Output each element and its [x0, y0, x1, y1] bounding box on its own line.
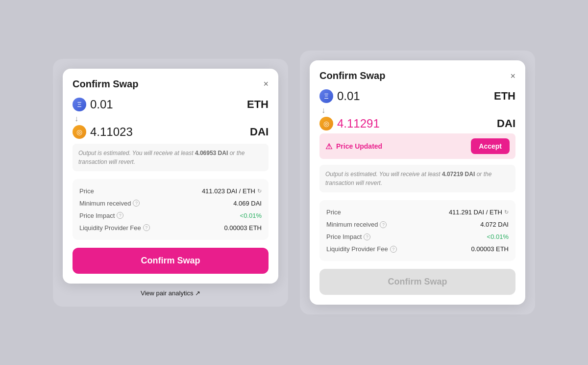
left-from-symbol: ETH — [247, 98, 269, 111]
right-lp-fee-value: 0.00003 ETH — [471, 245, 509, 253]
price-updated-left: ⚠ Price Updated — [325, 142, 382, 151]
left-refresh-icon[interactable]: ↻ — [257, 188, 262, 194]
left-from-token-row: Ξ 0.01 ETH — [73, 98, 269, 111]
right-min-received-label: Minimum received ? — [326, 221, 387, 228]
right-min-received-info-icon[interactable]: ? — [380, 221, 387, 228]
left-modal-title: Confirm Swap — [73, 78, 138, 90]
right-lp-fee-row: Liquidity Provider Fee ? 0.00003 ETH — [326, 243, 509, 255]
right-price-row: Price 411.291 DAI / ETH ↻ — [326, 206, 509, 218]
right-estimate-prefix: Output is estimated. You will receive at… — [325, 171, 442, 178]
right-from-symbol: ETH — [494, 90, 515, 103]
left-lp-fee-row: Liquidity Provider Fee ? 0.00003 ETH — [79, 222, 262, 234]
dai-icon-left: ◎ — [73, 125, 86, 139]
right-to-symbol: DAI — [497, 117, 515, 130]
left-price-impact-label: Price Impact ? — [79, 212, 123, 219]
left-view-analytics-link[interactable]: View pair analytics ↗ — [141, 289, 200, 297]
left-details-section: Price 411.023 DAI / ETH ↻ Minimum receiv… — [73, 179, 269, 240]
right-arrow-down: ↓ — [321, 106, 515, 115]
right-price-impact-label: Price Impact ? — [326, 233, 370, 240]
right-modal-title: Confirm Swap — [319, 70, 385, 81]
right-price-label: Price — [326, 209, 341, 216]
price-updated-banner: ⚠ Price Updated Accept — [319, 133, 515, 159]
left-lp-fee-label: Liquidity Provider Fee ? — [79, 224, 150, 232]
left-to-amount: 4.11023 — [90, 125, 133, 139]
left-price-label: Price — [79, 187, 94, 195]
right-min-received-row: Minimum received ? 4.072 DAI — [326, 218, 509, 231]
left-from-token-left: Ξ 0.01 — [73, 98, 113, 111]
left-price-value: 411.023 DAI / ETH ↻ — [202, 187, 262, 195]
right-panel: Confirm Swap × Ξ 0.01 ETH ↓ ◎ 4.11291 DA… — [300, 51, 535, 314]
left-confirm-swap-button[interactable]: Confirm Swap — [73, 248, 269, 274]
right-modal-header: Confirm Swap × — [319, 70, 515, 81]
left-estimate-prefix: Output is estimated. You will receive at… — [78, 150, 195, 156]
left-lp-fee-value: 0.00003 ETH — [224, 224, 262, 232]
left-price-row: Price 411.023 DAI / ETH ↻ — [79, 185, 262, 197]
left-to-token-row: ◎ 4.11023 DAI — [73, 125, 269, 139]
right-price-impact-row: Price Impact ? <0.01% — [326, 231, 509, 243]
right-details-section: Price 411.291 DAI / ETH ↻ Minimum receiv… — [319, 200, 515, 261]
left-min-received-row: Minimum received ? 4.069 DAI — [79, 197, 262, 209]
left-to-token-left: ◎ 4.11023 — [73, 125, 133, 139]
right-min-received-value: 4.072 DAI — [480, 221, 509, 228]
left-to-symbol: DAI — [250, 126, 269, 138]
left-modal-header: Confirm Swap × — [73, 78, 269, 90]
left-panel: Confirm Swap × Ξ 0.01 ETH ↓ ◎ 4.11023 DA… — [53, 59, 288, 307]
warning-icon: ⚠ — [325, 142, 332, 151]
eth-icon-right: Ξ — [319, 89, 333, 103]
right-from-token-row: Ξ 0.01 ETH — [319, 89, 515, 103]
left-estimate-minimum: 4.06953 DAI — [195, 150, 228, 156]
right-price-impact-value: <0.01% — [487, 233, 509, 240]
accept-button[interactable]: Accept — [471, 138, 510, 154]
left-lp-fee-info-icon[interactable]: ? — [143, 224, 150, 231]
right-to-token-left: ◎ 4.11291 — [319, 117, 380, 130]
right-to-amount: 4.11291 — [337, 117, 380, 130]
dai-icon-right: ◎ — [319, 117, 333, 130]
right-to-token-row: ◎ 4.11291 DAI — [319, 117, 515, 130]
left-modal: Confirm Swap × Ξ 0.01 ETH ↓ ◎ 4.11023 DA… — [63, 69, 278, 284]
price-updated-label: Price Updated — [336, 142, 382, 150]
right-price-value: 411.291 DAI / ETH ↻ — [449, 209, 509, 216]
left-from-amount: 0.01 — [90, 98, 113, 111]
right-confirm-swap-button: Confirm Swap — [319, 269, 515, 295]
right-estimate-text: Output is estimated. You will receive at… — [319, 165, 515, 192]
left-close-button[interactable]: × — [263, 79, 269, 88]
right-lp-fee-label: Liquidity Provider Fee ? — [326, 245, 397, 253]
left-min-received-label: Minimum received ? — [79, 200, 140, 207]
eth-icon-left: Ξ — [73, 98, 86, 111]
left-arrow-down: ↓ — [74, 114, 269, 123]
left-price-impact-row: Price Impact ? <0.01% — [79, 209, 262, 222]
left-price-impact-value: <0.01% — [240, 212, 262, 219]
right-estimate-minimum: 4.07219 DAI — [442, 171, 475, 178]
right-close-button[interactable]: × — [510, 72, 515, 80]
left-estimate-text: Output is estimated. You will receive at… — [73, 144, 269, 171]
left-price-impact-info-icon[interactable]: ? — [117, 212, 123, 219]
right-refresh-icon[interactable]: ↻ — [504, 209, 509, 215]
right-modal: Confirm Swap × Ξ 0.01 ETH ↓ ◎ 4.11291 DA… — [310, 60, 525, 305]
left-min-received-info-icon[interactable]: ? — [133, 200, 140, 207]
left-min-received-value: 4.069 DAI — [233, 200, 262, 207]
right-lp-fee-info-icon[interactable]: ? — [390, 246, 397, 253]
right-price-impact-info-icon[interactable]: ? — [364, 234, 370, 240]
right-from-token-left: Ξ 0.01 — [319, 89, 360, 103]
right-from-amount: 0.01 — [337, 89, 360, 103]
